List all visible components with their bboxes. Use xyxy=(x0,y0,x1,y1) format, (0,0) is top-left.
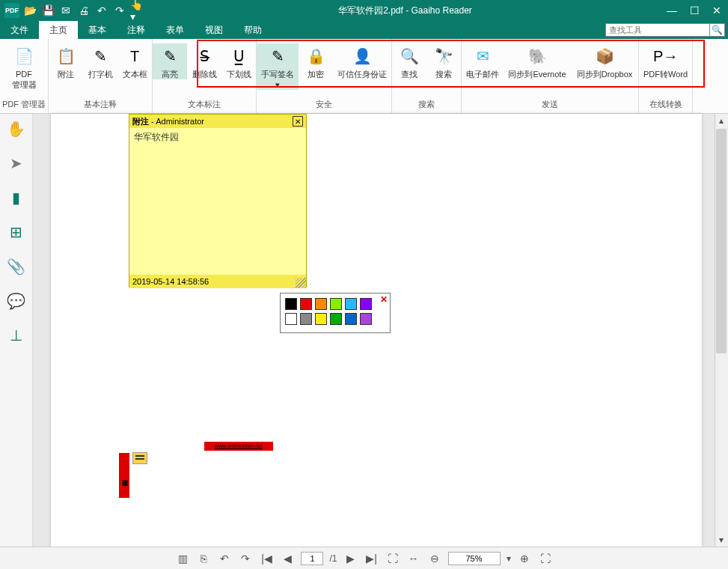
sticky-note[interactable]: 附注 - Administrator ✕ 华军软件园 2019-05-14 14… xyxy=(129,114,307,287)
color-swatch[interactable] xyxy=(360,313,372,325)
url-highlight[interactable]: www.onlinedown.net xyxy=(204,442,273,451)
thumbnail-panel-icon[interactable]: ⊞ xyxy=(6,222,27,243)
page-number-input[interactable] xyxy=(301,552,323,565)
qat-redo-icon[interactable]: ↷ xyxy=(112,3,127,18)
ribbon-button-label: PDF管理器 xyxy=(12,69,37,90)
color-swatch[interactable] xyxy=(285,298,297,310)
ribbon-group: 📋附注✎打字机T文本框基本注释 xyxy=(49,39,153,113)
search-input[interactable] xyxy=(605,23,710,37)
ribbon-button[interactable]: ✉电子邮件 xyxy=(462,43,504,79)
sticky-note-body[interactable]: 华军软件园 xyxy=(129,128,306,275)
ribbon-button[interactable]: ✎手写签名▾ xyxy=(257,43,299,90)
palette-close-icon[interactable]: ✕ xyxy=(379,295,388,304)
menu-file[interactable]: 文件 xyxy=(0,21,39,39)
qat-undo-icon[interactable]: ↶ xyxy=(94,3,109,18)
sb-fit-width-icon[interactable]: ↔ xyxy=(406,551,421,566)
ribbon-button[interactable]: 📄PDF管理器 xyxy=(0,43,48,90)
scroll-thumb[interactable] xyxy=(716,129,727,353)
vertical-scrollbar[interactable]: ▴ ▾ xyxy=(715,114,728,547)
ribbon-button[interactable]: ✎打字机 xyxy=(83,43,117,79)
ribbon-button-icon: 🔭 xyxy=(434,46,453,66)
sticky-resize-handle[interactable] xyxy=(296,278,306,288)
ribbon-button-icon: 🔍 xyxy=(400,46,419,66)
sticky-close-icon[interactable]: ✕ xyxy=(293,116,303,127)
color-swatch[interactable] xyxy=(300,298,312,310)
attachment-panel-icon[interactable]: 📎 xyxy=(6,256,27,277)
color-swatch[interactable] xyxy=(330,298,342,310)
ribbon-button[interactable]: 📦同步到Dropbox xyxy=(571,43,638,79)
scroll-up-icon[interactable]: ▴ xyxy=(715,114,728,127)
qat-save-icon[interactable]: 💾 xyxy=(40,3,55,18)
color-swatch[interactable] xyxy=(315,313,327,325)
ribbon-button[interactable]: T文本框 xyxy=(117,43,152,79)
ribbon-button[interactable]: 🔭搜索 xyxy=(426,43,461,79)
scroll-down-icon[interactable]: ▾ xyxy=(715,533,728,547)
ribbon-button-icon: T xyxy=(125,46,144,66)
bookmark-panel-icon[interactable]: ▮ xyxy=(6,187,27,208)
page-note-icon[interactable] xyxy=(132,452,147,464)
menu-form[interactable]: 表单 xyxy=(156,21,195,39)
zoom-input[interactable] xyxy=(448,552,501,565)
sb-zoom-out-icon[interactable]: ⊖ xyxy=(427,551,442,566)
color-swatch[interactable] xyxy=(345,313,357,325)
sb-fit-page-icon[interactable]: ⛶ xyxy=(385,551,400,566)
sticky-note-header[interactable]: 附注 - Administrator ✕ xyxy=(129,115,306,128)
sb-fullscreen-icon[interactable]: ⛶ xyxy=(538,551,553,566)
qat-print-icon[interactable]: 🖨 xyxy=(76,3,91,18)
color-swatch[interactable] xyxy=(315,298,327,310)
ribbon-button[interactable]: 👤可信任身份证 xyxy=(333,43,391,79)
url-text: www.onlinedown.net xyxy=(204,442,273,451)
ribbon-button[interactable]: 📋附注 xyxy=(49,43,83,79)
color-swatch[interactable] xyxy=(345,298,357,310)
ribbon-button[interactable]: 🔒加密 xyxy=(299,43,333,79)
qat-open-icon[interactable]: 📂 xyxy=(22,3,37,18)
close-button[interactable]: ✕ xyxy=(706,0,728,21)
sb-last-page-icon[interactable]: ▶| xyxy=(364,551,379,566)
sb-icon[interactable]: ⎘ xyxy=(196,551,211,566)
stamp-tool-icon[interactable]: ⊥ xyxy=(6,325,27,346)
ribbon-button[interactable]: ✎高亮 xyxy=(153,43,187,79)
ribbon-button-icon: 📄 xyxy=(14,46,34,66)
ribbon-button[interactable]: S̶删除线 xyxy=(187,43,221,79)
ribbon-button-label: 删除线 xyxy=(192,69,217,79)
menu-home[interactable]: 主页 xyxy=(39,21,78,39)
ribbon-group: 🔍查找🔭搜索搜索 xyxy=(392,39,462,113)
sb-icon[interactable]: ▥ xyxy=(175,551,190,566)
color-swatch[interactable] xyxy=(360,298,372,310)
menu-view[interactable]: 视图 xyxy=(195,21,233,39)
sb-rotate-left-icon[interactable]: ↶ xyxy=(217,551,232,566)
hand-tool-icon[interactable]: ✋ xyxy=(6,118,27,139)
minimize-button[interactable]: — xyxy=(661,0,683,21)
ribbon-button[interactable]: 🐘同步到Evernote xyxy=(504,43,571,79)
pointer-tool-icon[interactable]: ➤ xyxy=(6,153,27,174)
sb-zoom-in-icon[interactable]: ⊕ xyxy=(517,551,532,566)
color-palette[interactable]: ✕ xyxy=(280,293,391,333)
qat-hand-dropdown-icon[interactable]: 👆▾ xyxy=(130,3,145,18)
menu-annotate[interactable]: 注释 xyxy=(117,21,156,39)
comment-panel-icon[interactable]: 💬 xyxy=(6,290,27,311)
ribbon-button[interactable]: 🔍查找 xyxy=(392,43,426,79)
qat-pdf-icon[interactable]: PDF xyxy=(4,3,19,18)
search-button[interactable]: 🔍 xyxy=(710,23,725,37)
color-swatch[interactable] xyxy=(300,313,312,325)
menu-help[interactable]: 帮助 xyxy=(233,21,272,39)
menubar: 文件 主页 基本 注释 表单 视图 帮助 🔍 xyxy=(0,21,728,39)
ribbon-button-icon: P→ xyxy=(656,46,676,66)
ribbon-button[interactable]: P→PDF转Word xyxy=(639,43,692,79)
sidebar: ✋ ➤ ▮ ⊞ 📎 💬 ⊥ xyxy=(0,114,33,547)
maximize-button[interactable]: ☐ xyxy=(683,0,706,21)
sb-rotate-right-icon[interactable]: ↷ xyxy=(238,551,253,566)
zoom-dropdown-icon[interactable]: ▾ xyxy=(507,553,511,564)
ribbon-button-label: 同步到Dropbox xyxy=(577,69,633,79)
color-swatch[interactable] xyxy=(330,313,342,325)
menu-basic[interactable]: 基本 xyxy=(78,21,117,39)
sb-next-page-icon[interactable]: ▶ xyxy=(343,551,358,566)
qat-mail-icon[interactable]: ✉ xyxy=(58,3,73,18)
color-swatch[interactable] xyxy=(285,313,297,325)
ribbon-button-label: 同步到Evernote xyxy=(508,69,566,79)
vertical-red-strip[interactable]: 华军软件园 xyxy=(119,453,129,498)
sb-prev-page-icon[interactable]: ◀ xyxy=(280,551,295,566)
page-total: /1 xyxy=(329,553,337,564)
ribbon-button[interactable]: U̲下划线 xyxy=(221,43,256,79)
sb-first-page-icon[interactable]: |◀ xyxy=(259,551,274,566)
